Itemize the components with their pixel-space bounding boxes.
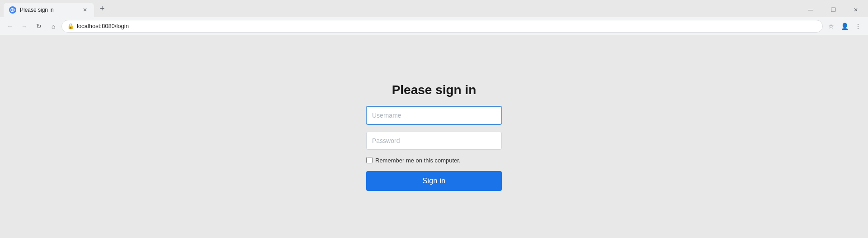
page-title: Please sign in	[392, 83, 476, 97]
login-form: Please sign in Remember me on this compu…	[366, 83, 502, 191]
remember-me-label: Remember me on this computer.	[375, 157, 461, 164]
username-input[interactable]	[366, 106, 502, 124]
browser-toolbar: ← → ↻ ⌂ 🔒 localhost:8080/login ☆ 👤 ⋮	[0, 17, 868, 35]
window-controls: — ❐ ✕	[800, 3, 868, 17]
menu-button[interactable]: ⋮	[852, 20, 864, 33]
lock-icon: 🔒	[67, 23, 74, 29]
address-text: localhost:8080/login	[77, 23, 817, 29]
tab-favicon-icon	[9, 6, 16, 14]
remember-me-row: Remember me on this computer.	[366, 157, 502, 164]
active-tab[interactable]: Please sign in ✕	[4, 3, 94, 17]
back-button[interactable]: ←	[4, 20, 16, 33]
address-bar[interactable]: 🔒 localhost:8080/login	[61, 20, 823, 33]
tab-close-button[interactable]: ✕	[81, 6, 89, 14]
tab-title: Please sign in	[20, 7, 78, 13]
reload-button[interactable]: ↻	[33, 20, 45, 33]
browser-chrome: Please sign in ✕ + — ❐ ✕ ← → ↻ ⌂ 🔒 local…	[0, 0, 868, 35]
password-input[interactable]	[366, 132, 502, 150]
account-button[interactable]: 👤	[838, 20, 851, 33]
page-content: Please sign in Remember me on this compu…	[0, 35, 868, 238]
minimize-button[interactable]: —	[800, 3, 821, 17]
forward-button[interactable]: →	[18, 20, 31, 33]
tab-bar: Please sign in ✕ + — ❐ ✕	[0, 0, 868, 17]
bookmark-button[interactable]: ☆	[825, 20, 837, 33]
maximize-button[interactable]: ❐	[823, 3, 844, 17]
home-button[interactable]: ⌂	[47, 20, 60, 33]
sign-in-button[interactable]: Sign in	[366, 171, 502, 191]
close-button[interactable]: ✕	[845, 3, 866, 17]
toolbar-right: ☆ 👤 ⋮	[825, 20, 864, 33]
new-tab-button[interactable]: +	[96, 2, 108, 15]
remember-me-checkbox[interactable]	[366, 157, 373, 163]
